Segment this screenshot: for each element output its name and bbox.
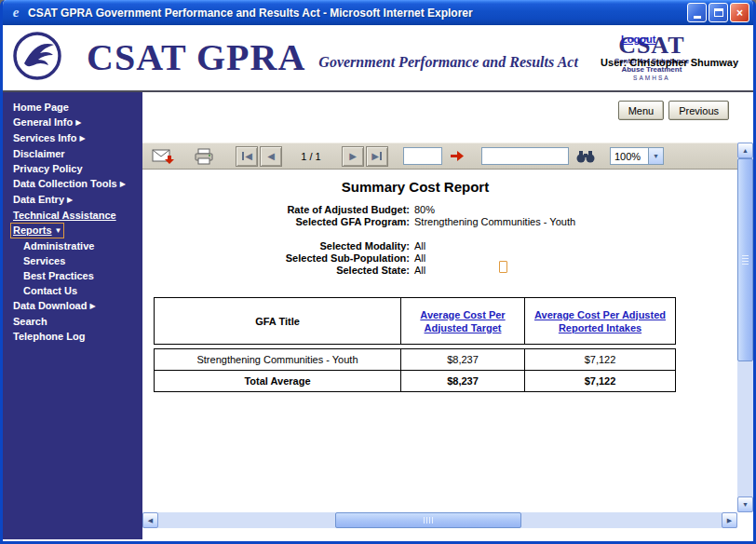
scroll-up-button[interactable]: ▲: [737, 143, 753, 158]
sidebar-item[interactable]: General Info▶: [3, 115, 142, 130]
sidebar-item-arrow-icon: ▶: [120, 180, 126, 188]
sidebar-item-wrap: Data Download▶: [10, 298, 99, 314]
sidebar-item-label: Data Collection Tools: [13, 178, 117, 189]
sidebar-item[interactable]: Data Collection Tools▶: [3, 176, 142, 192]
sidebar-item[interactable]: Contact Us: [3, 283, 142, 298]
main-panel: Menu Previous: [142, 92, 753, 539]
sidebar-item-label: Disclaimer: [13, 148, 65, 159]
sidebar-item-label: Search: [13, 316, 47, 327]
menu-button[interactable]: Menu: [618, 101, 665, 120]
sidebar-item-wrap: Privacy Policy: [10, 161, 86, 176]
sidebar-item-wrap: Services Info▶: [10, 130, 88, 146]
sidebar-item-label: Services: [23, 255, 65, 266]
hhs-logo: [12, 31, 62, 85]
next-page-button[interactable]: ▶: [342, 146, 364, 167]
param-row: Selected State: All: [154, 265, 677, 277]
table-cell-avg-cost-target: $8,237: [401, 371, 525, 392]
sidebar-item-arrow-icon: ▼: [55, 226, 62, 235]
sidebar-item[interactable]: Disclaimer: [3, 146, 142, 161]
zoom-value: 100%: [611, 151, 648, 162]
sidebar-item[interactable]: Data Entry▶: [3, 192, 142, 208]
sidebar-item[interactable]: Data Download▶: [3, 298, 142, 314]
sidebar-item-wrap: Disclaimer: [10, 146, 68, 161]
column-header-label: Average Cost Per Adjusted Reported Intak…: [534, 309, 666, 333]
sidebar-item-arrow-icon: ▶: [67, 196, 73, 204]
param-value: All: [414, 240, 425, 252]
goto-page-button[interactable]: [444, 145, 470, 168]
horizontal-scrollbar[interactable]: ◀ ▶: [142, 512, 737, 528]
zoom-dropdown-icon[interactable]: ▼: [648, 148, 663, 164]
sidebar-item-label: Telephone Log: [13, 331, 85, 342]
param-label: Selected State:: [154, 265, 410, 277]
column-header-label: Average Cost Per Adjusted Target: [420, 309, 505, 333]
first-page-button[interactable]: ◀: [236, 146, 258, 167]
sidebar-item[interactable]: Reports▼: [3, 223, 142, 238]
content-area: Home Page General Info▶ Services Info▶ D…: [3, 92, 753, 539]
page-buttons: Menu Previous: [618, 101, 729, 120]
sidebar-item[interactable]: Telephone Log: [3, 329, 142, 344]
vertical-scroll-thumb[interactable]: [737, 158, 753, 361]
scroll-down-button[interactable]: ▼: [737, 496, 753, 512]
table-cell-gfa-title: Total Average: [155, 371, 401, 392]
session-info: Logout User: Christopher Shumway: [601, 34, 738, 68]
print-icon: [193, 148, 215, 165]
last-page-button[interactable]: ▶: [366, 146, 388, 167]
sidebar-item-label: Technical Assistance: [13, 210, 116, 221]
column-header-label: GFA Title: [255, 316, 300, 327]
binoculars-icon: [575, 149, 596, 164]
previous-button[interactable]: Previous: [668, 101, 729, 120]
brand-title: CSAT GPRA: [87, 40, 305, 75]
search-input[interactable]: [481, 147, 569, 165]
param-row: Selected Sub-Population: All: [154, 252, 677, 265]
sidebar-nav: Home Page General Info▶ Services Info▶ D…: [3, 92, 142, 539]
sidebar-item-label: Best Practices: [23, 270, 94, 281]
goto-page-input[interactable]: [403, 147, 442, 165]
sidebar-item-label: Reports: [13, 224, 52, 236]
table-header-cell[interactable]: Average Cost Per Adjusted Reported Intak…: [525, 298, 676, 345]
sidebar-item-arrow-icon: ▶: [79, 134, 85, 143]
table-cell-avg-cost-intakes: $7,122: [525, 371, 676, 392]
table-row: Strengthening Communities - Youth $8,237…: [155, 349, 676, 371]
next-page-icon: ▶: [349, 152, 357, 161]
logout-link[interactable]: Logout: [621, 34, 655, 45]
vertical-scrollbar[interactable]: ▲ ▼: [737, 143, 753, 512]
sidebar-item[interactable]: Privacy Policy: [3, 161, 142, 176]
export-button[interactable]: [150, 145, 176, 168]
sidebar-item-arrow-icon: ▶: [75, 118, 81, 127]
report-parameters: Rate of Adjusted Budget: 80% Selected GF…: [154, 204, 677, 277]
minimize-button[interactable]: [687, 3, 707, 22]
param-row: Selected GFA Program: Strengthening Comm…: [154, 216, 677, 228]
sidebar-item[interactable]: Search: [3, 314, 142, 329]
prev-page-button[interactable]: ◀: [260, 146, 282, 167]
user-label: User: Christopher Shumway: [601, 57, 738, 68]
zoom-select[interactable]: 100% ▼: [610, 147, 664, 165]
scroll-left-button[interactable]: ◀: [142, 512, 158, 528]
sidebar-item-wrap: Data Entry▶: [10, 192, 75, 208]
table-header-cell[interactable]: Average Cost Per Adjusted Target: [401, 298, 525, 345]
browser-window: e CSAT GPRA Government Performance and R…: [0, 0, 756, 544]
sidebar-item-wrap: Home Page: [10, 100, 72, 115]
sidebar-item-wrap: General Info▶: [10, 115, 84, 130]
sidebar-item-label: Administrative: [23, 240, 94, 252]
report-title: Summary Cost Report: [154, 179, 677, 195]
print-button[interactable]: [191, 145, 217, 168]
sidebar-item-label: Contact Us: [23, 285, 77, 296]
param-row: Rate of Adjusted Budget: 80%: [154, 204, 677, 216]
horizontal-scroll-thumb[interactable]: [335, 512, 521, 528]
sidebar-item[interactable]: Services: [3, 253, 142, 268]
search-button[interactable]: [573, 145, 599, 168]
sidebar-item[interactable]: Technical Assistance: [3, 208, 142, 223]
scroll-right-button[interactable]: ▶: [722, 512, 737, 528]
titlebar[interactable]: e CSAT GPRA Government Performance and R…: [3, 0, 753, 25]
close-button[interactable]: ×: [730, 3, 749, 22]
report-toolbar: ◀ ◀ 1 / 1 ▶ ▶: [142, 143, 737, 170]
sidebar-item[interactable]: Administrative: [3, 238, 142, 253]
param-value: 80%: [414, 204, 435, 216]
sidebar-item[interactable]: Best Practices: [3, 268, 142, 283]
sidebar-item[interactable]: Services Info▶: [3, 130, 142, 146]
param-label: Rate of Adjusted Budget:: [154, 204, 410, 216]
sidebar-item[interactable]: Home Page: [3, 100, 142, 115]
missing-glyph-box: [499, 261, 507, 273]
restore-button[interactable]: [709, 3, 728, 22]
sidebar-item-wrap: Administrative: [20, 238, 97, 253]
